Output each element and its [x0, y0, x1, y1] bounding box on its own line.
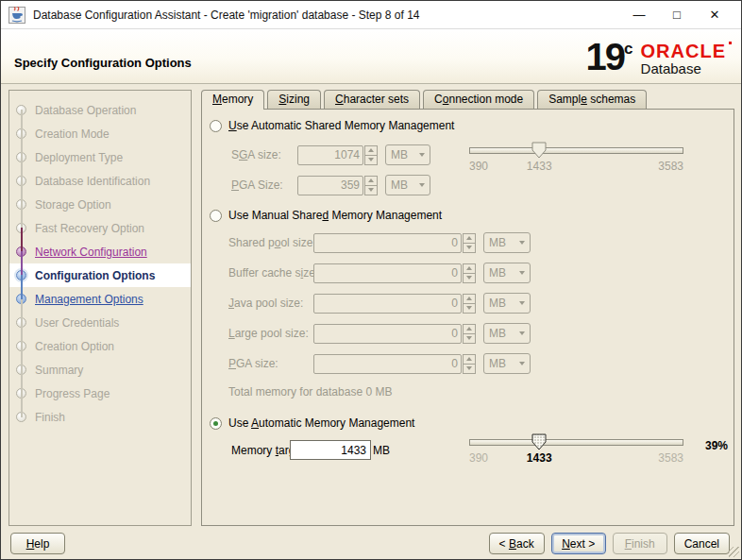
- pga-size-spinner: [364, 176, 378, 195]
- sga-size-input: 1074: [297, 145, 363, 165]
- sidebar-item-finish: Finish: [9, 405, 191, 429]
- memory-target-input[interactable]: 1433: [290, 440, 371, 460]
- java-pool-label: Java pool size:: [228, 297, 313, 310]
- logo-version-suffix: c: [624, 40, 632, 59]
- finish-button: Finish: [613, 533, 667, 554]
- chevron-down-icon: [519, 301, 525, 305]
- asmm-radio-label: Use Automatic Shared Memory Management: [228, 119, 454, 132]
- amm-radio[interactable]: [210, 417, 222, 430]
- tab-sizing[interactable]: Sizing: [267, 90, 321, 109]
- large-pool-row: Large pool size: 0 MB: [228, 323, 531, 344]
- sidebar-item-network-configuration[interactable]: Network Configuration: [9, 240, 191, 263]
- sidebar-item-creation-option: Creation Option: [9, 334, 191, 358]
- large-pool-input: 0: [313, 324, 462, 344]
- cancel-button[interactable]: Cancel: [674, 533, 730, 554]
- sidebar-item-database-identification: Database Identification: [9, 169, 191, 193]
- pga-size-label: PGA Size:: [231, 178, 297, 192]
- chevron-down-icon: [419, 153, 425, 157]
- sidebar-item-summary: Summary: [9, 358, 191, 382]
- sga-size-spinner: [364, 145, 378, 165]
- shared-pool-row: Shared pool size: 0 MB: [228, 232, 531, 253]
- sidebar-item-database-operation: Database Operation: [9, 98, 191, 122]
- buffer-cache-spinner: [463, 263, 476, 283]
- java-icon: [8, 7, 25, 24]
- sidebar-item-creation-mode: Creation Mode: [9, 122, 191, 145]
- manual-pga-unit-dropdown: MB: [483, 353, 531, 374]
- buffer-cache-input: 0: [313, 263, 462, 283]
- manual-radio[interactable]: [210, 210, 222, 222]
- asmm-radio[interactable]: [210, 120, 222, 132]
- sga-slider: 390 1433 3583: [469, 147, 683, 154]
- buffer-cache-unit-dropdown: MB: [483, 263, 531, 283]
- back-button[interactable]: < Back: [489, 533, 545, 554]
- sidebar-item-configuration-options[interactable]: Configuration Options: [9, 263, 191, 287]
- wizard-steps-sidebar: Database Operation Creation Mode Deploym…: [8, 90, 192, 526]
- logo-product: Database: [641, 60, 726, 77]
- title-bar[interactable]: Database Configuration Assistant - Creat…: [1, 1, 741, 29]
- footer-bar: Help < Back Next > Finish Cancel: [1, 526, 741, 559]
- maximize-icon[interactable]: □: [658, 2, 696, 28]
- memory-tab-panel: Use Automatic Shared Memory Management S…: [201, 109, 734, 526]
- asmm-radio-row: Use Automatic Shared Memory Management: [210, 119, 454, 132]
- oracle-19c-logo: 19 c ORACLE Database: [586, 36, 726, 77]
- sga-slider-track: [469, 147, 683, 154]
- chevron-down-icon: [419, 183, 425, 187]
- manual-pga-row: PGA size: 0 MB: [228, 353, 531, 374]
- sga-slider-ticks: 390 1433 3583: [469, 160, 683, 173]
- amm-radio-label: Use Automatic Memory Management: [228, 416, 414, 430]
- dbca-window: Database Configuration Assistant - Creat…: [0, 0, 742, 560]
- tab-sample-schemas[interactable]: Sample schemas: [537, 90, 647, 109]
- manual-pga-input: 0: [313, 354, 462, 374]
- memory-target-slider[interactable]: 390 1433 3583: [469, 439, 683, 446]
- shared-pool-unit-dropdown: MB: [483, 232, 531, 253]
- steps-rail-segment: [21, 228, 23, 252]
- java-pool-row: Java pool size: 0 MB: [228, 293, 531, 314]
- next-button[interactable]: Next >: [551, 533, 606, 554]
- shared-pool-spinner: [463, 233, 476, 253]
- sga-unit-dropdown: MB: [385, 144, 430, 165]
- window-title: Database Configuration Assistant - Creat…: [33, 8, 419, 22]
- nav-buttons: < Back Next > Finish Cancel: [489, 533, 730, 554]
- tab-connection-mode[interactable]: Connection mode: [423, 90, 534, 109]
- buffer-cache-label: Buffer cache size:: [228, 266, 313, 280]
- sidebar-item-fast-recovery-option: Fast Recovery Option: [9, 216, 191, 240]
- memory-percent-badge: 39%: [705, 439, 728, 452]
- help-button[interactable]: Help: [10, 533, 65, 554]
- wizard-header: Specify Configuration Options 19 c ORACL…: [1, 29, 741, 84]
- shared-pool-input: 0: [313, 233, 462, 253]
- java-pool-spinner: [463, 294, 476, 314]
- sidebar-item-deployment-type: Deployment Type: [9, 145, 191, 169]
- memory-target-unit: MB: [373, 444, 390, 457]
- close-icon[interactable]: ✕: [696, 2, 734, 28]
- memory-target-slider-ticks: 390 1433 3583: [469, 451, 683, 465]
- sidebar-item-progress-page: Progress Page: [9, 382, 191, 405]
- chevron-down-icon: [519, 362, 525, 365]
- java-pool-unit-dropdown: MB: [483, 293, 531, 314]
- tab-memory[interactable]: Memory: [201, 90, 264, 110]
- sidebar-item-storage-option: Storage Option: [9, 193, 191, 216]
- large-pool-label: Large pool size:: [228, 327, 313, 340]
- large-pool-unit-dropdown: MB: [483, 323, 531, 344]
- large-pool-spinner: [463, 324, 476, 344]
- amm-radio-row: Use Automatic Memory Management: [210, 416, 414, 430]
- resize-grip[interactable]: [729, 547, 739, 557]
- logo-version: 19: [586, 36, 625, 77]
- sidebar-item-management-options[interactable]: Management Options: [9, 287, 191, 311]
- tab-character-sets[interactable]: Character sets: [324, 90, 420, 109]
- oracle-wordmark: ORACLE: [641, 42, 726, 60]
- pga-size-input: 359: [297, 176, 363, 195]
- memory-target-label: Memory target:: [231, 444, 290, 457]
- manual-pga-label: PGA size:: [228, 357, 313, 370]
- buffer-cache-row: Buffer cache size: 0 MB: [228, 263, 531, 283]
- memory-target-slider-track[interactable]: [469, 439, 683, 446]
- total-memory-text: Total memory for database 0 MB: [228, 385, 392, 399]
- manual-radio-label: Use Manual Shared Memory Management: [228, 209, 442, 222]
- shared-pool-label: Shared pool size:: [228, 236, 313, 249]
- sga-size-row: SGA size: 1074 MB: [231, 144, 430, 165]
- config-tabs: Memory Sizing Character sets Connection …: [201, 90, 647, 109]
- oracle-trademark-mark: [729, 42, 732, 44]
- steps-rail-segment: [21, 251, 23, 276]
- manual-pga-spinner: [463, 354, 476, 374]
- memory-target-row: Memory target: 1433 MB: [231, 440, 390, 460]
- minimize-icon[interactable]: —: [620, 2, 658, 28]
